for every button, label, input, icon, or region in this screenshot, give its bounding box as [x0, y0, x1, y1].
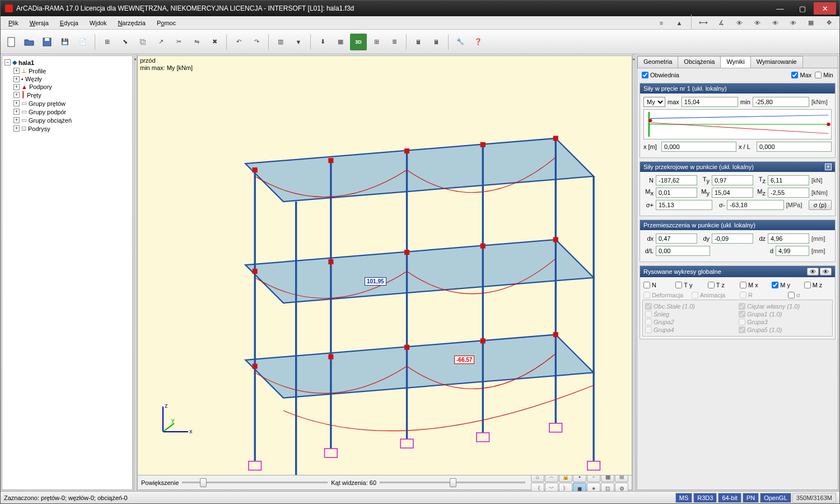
tab-obciazenia[interactable]: Obciążenia	[678, 56, 721, 68]
dims-icon[interactable]: ⟷	[695, 15, 712, 31]
align-icon[interactable]: ≣	[386, 34, 403, 50]
tree-item[interactable]: +⊥Profile	[13, 67, 130, 75]
mirror-icon[interactable]: ⇋	[188, 34, 205, 50]
loads-icon[interactable]: ⬇	[314, 34, 331, 50]
expand-icon[interactable]: +	[13, 125, 20, 132]
angle-icon[interactable]: ∡	[713, 15, 730, 31]
expand-icon[interactable]: +	[13, 76, 20, 82]
chevron-down-icon[interactable]: ▾	[825, 164, 832, 170]
chk-Mx[interactable]: Mx	[740, 282, 767, 288]
move-icon[interactable]: ↗	[152, 34, 169, 50]
My-input[interactable]	[712, 188, 753, 198]
chk-N[interactable]: N	[643, 282, 671, 288]
new-icon[interactable]	[3, 34, 20, 50]
sm-input[interactable]	[727, 200, 783, 210]
tree-item[interactable]: +▪Węzły	[13, 75, 130, 83]
eye-button-2[interactable]: 👁	[820, 268, 832, 276]
chk-Mz[interactable]: Mz	[804, 282, 832, 288]
chk-sigma[interactable]: σ	[788, 292, 832, 298]
menu-wersja[interactable]: Wersja	[24, 18, 54, 28]
tree-item[interactable]: +▲Podpory	[13, 83, 130, 91]
tree-root[interactable]: − ◆ hala1	[4, 58, 130, 67]
xL-input[interactable]	[757, 142, 832, 152]
grid-icon[interactable]: ▦	[802, 15, 819, 31]
chk-My[interactable]: My	[772, 282, 799, 288]
N-input[interactable]	[656, 175, 697, 185]
undo-icon[interactable]: ↶	[230, 34, 247, 50]
tree-item[interactable]: +┃Pręty	[13, 91, 130, 99]
frame-icon[interactable]: ⊞	[99, 34, 115, 50]
close-button[interactable]: ✕	[814, 2, 836, 15]
expand-icon[interactable]: +	[13, 92, 20, 98]
max-input[interactable]	[682, 97, 738, 107]
splitter-right[interactable]	[632, 54, 636, 491]
filter-icon[interactable]: ▼	[290, 34, 307, 50]
table-icon[interactable]: ▦	[332, 34, 349, 50]
node-icon[interactable]: ⬊	[116, 34, 133, 50]
tree-item[interactable]: +⊡Podrysy	[13, 124, 130, 133]
tab-wymiarowanie[interactable]: Wymiarowanie	[750, 56, 803, 68]
cut-icon[interactable]: ✂	[170, 34, 187, 50]
fov-slider[interactable]	[380, 482, 525, 483]
chk-min[interactable]: Min	[815, 72, 833, 78]
menu-edycja[interactable]: Edycja	[54, 18, 84, 28]
expand-icon[interactable]: +	[13, 109, 20, 115]
view-toggle-2-icon[interactable]: ▲	[671, 15, 688, 31]
Mx-input[interactable]	[656, 188, 697, 198]
copy-icon[interactable]: ⿻	[134, 34, 151, 50]
delete-icon[interactable]: ✖	[206, 34, 223, 50]
tree-item[interactable]: +▭Grupy obciążeń	[13, 116, 130, 124]
sigma-p-button[interactable]: σ (p)	[809, 200, 832, 210]
Tz-input[interactable]	[768, 175, 809, 185]
collapse-icon[interactable]: −	[4, 59, 11, 66]
menu-widok[interactable]: Widok	[84, 18, 113, 28]
x-input[interactable]	[661, 142, 736, 152]
sp-input[interactable]	[656, 200, 712, 210]
tree-item[interactable]: +▭Grupy prętów	[13, 99, 130, 108]
status-seg[interactable]: R3D3	[693, 493, 717, 503]
chk-deformacja[interactable]: Deformacja	[643, 292, 687, 298]
min-input[interactable]	[753, 97, 809, 107]
tree-item[interactable]: +▭Grupy podpór	[13, 108, 130, 116]
maximize-button[interactable]: ▢	[791, 2, 814, 15]
calc2-icon[interactable]: 🖩	[428, 34, 445, 50]
minimize-button[interactable]: —	[769, 2, 791, 15]
dz-input[interactable]	[768, 234, 809, 244]
status-seg[interactable]: 64-bit	[718, 493, 741, 503]
menu-plik[interactable]: Plik	[3, 18, 24, 28]
calc-icon[interactable]: 🖩	[410, 34, 427, 50]
grid2-icon[interactable]: ⊞	[368, 34, 385, 50]
tab-wyniki[interactable]: Wyniki	[720, 56, 750, 68]
eye4-icon[interactable]: 👁	[785, 15, 801, 31]
eye-button-1[interactable]: 👁	[807, 268, 819, 276]
d-input[interactable]	[776, 246, 809, 256]
chk-obwiednia[interactable]: Obwiednia	[642, 72, 679, 78]
dy-input[interactable]	[712, 234, 753, 244]
dx-input[interactable]	[656, 234, 697, 244]
view-toggle-1-icon[interactable]: ≡	[653, 15, 670, 31]
chk-Tz[interactable]: Tz	[708, 282, 735, 288]
chk-Ty[interactable]: Ty	[675, 282, 703, 288]
report-icon[interactable]: 📄	[74, 34, 91, 50]
status-seg[interactable]: OpenGL	[760, 493, 791, 503]
help-icon[interactable]: ❓	[470, 34, 487, 50]
3d-canvas[interactable]: przód min max: My [kNm]	[137, 55, 632, 475]
status-seg[interactable]: MS	[675, 493, 693, 503]
status-seg[interactable]: PN	[743, 493, 759, 503]
3d-icon[interactable]: 3D	[350, 34, 367, 50]
expand-icon[interactable]: +	[13, 100, 20, 106]
Ty-input[interactable]	[712, 175, 753, 185]
tab-geometria[interactable]: Geometria	[637, 56, 678, 68]
wrench-icon[interactable]: 🔧	[452, 34, 469, 50]
saveas-icon[interactable]: 💾	[57, 34, 73, 50]
eye3-icon[interactable]: 👁	[767, 15, 783, 31]
dL-input[interactable]	[656, 246, 710, 256]
zoom-slider[interactable]	[182, 482, 328, 483]
open-icon[interactable]	[21, 34, 38, 50]
force-select[interactable]: My	[643, 97, 665, 107]
profiles-icon[interactable]: ▥	[272, 34, 289, 50]
eye1-icon[interactable]: 👁	[731, 15, 748, 31]
expand-icon[interactable]: +	[13, 84, 20, 90]
chk-R[interactable]: R	[740, 292, 783, 298]
save-icon[interactable]	[39, 34, 55, 50]
